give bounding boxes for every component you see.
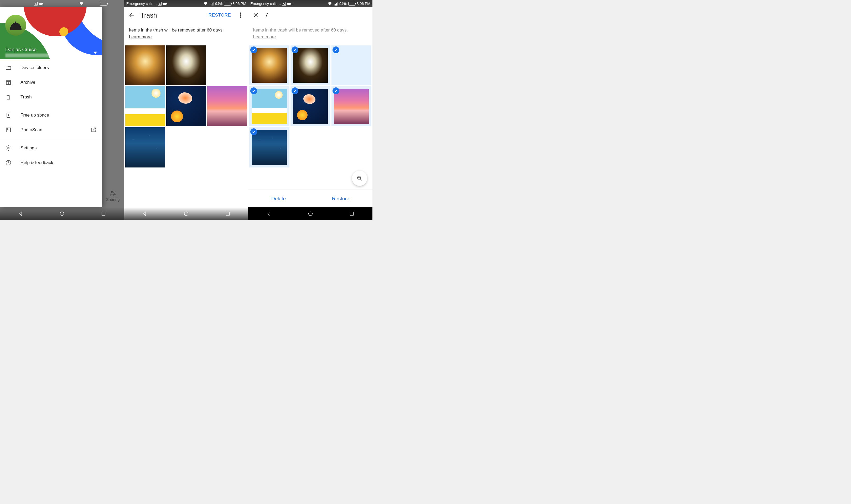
- nav-home-button[interactable]: [307, 211, 314, 217]
- svg-point-7: [111, 191, 113, 193]
- battery-icon: [224, 2, 231, 5]
- divider: [0, 139, 102, 139]
- page-title: Trash: [141, 12, 204, 19]
- trash-grid: [124, 46, 248, 167]
- zoom-fab[interactable]: [352, 170, 367, 186]
- drawer-item-label: PhotoScan: [20, 127, 42, 132]
- trash-grid: [248, 46, 372, 167]
- drawer-item-free-up-space[interactable]: Free up space: [0, 108, 102, 123]
- nav-back-button[interactable]: [142, 211, 148, 217]
- drawer-item-help[interactable]: Help & feedback: [0, 156, 102, 170]
- nav-recent-button[interactable]: [349, 211, 355, 217]
- wifi-icon: [203, 2, 208, 5]
- drawer-item-archive[interactable]: Archive: [0, 75, 102, 90]
- drawer-item-label: Archive: [20, 80, 35, 85]
- app-bar: Trash RESTORE: [124, 7, 248, 23]
- photo-thumbnail[interactable]: [125, 46, 165, 85]
- screen-trash-selection: Emergency calls… 94% 3:06 PM 7 Items in …: [248, 0, 372, 220]
- vpn-key-icon: [163, 3, 167, 5]
- nav-home-button[interactable]: [59, 211, 65, 217]
- nav-drawer: Danjas Cruise Device folders Archive Tra…: [0, 7, 102, 208]
- nav-back-button[interactable]: [18, 211, 24, 217]
- drawer-list: Device folders Archive Trash Free up spa…: [0, 59, 102, 170]
- drawer-item-device-folders[interactable]: Device folders: [0, 60, 102, 75]
- folder-icon: [5, 65, 12, 71]
- photo-thumbnail-selected[interactable]: [332, 86, 371, 126]
- drawer-item-label: Free up space: [20, 113, 49, 118]
- photo-thumbnail[interactable]: [166, 46, 206, 85]
- photo-thumbnail[interactable]: [125, 127, 165, 167]
- signal-icon: [210, 2, 214, 5]
- svg-rect-15: [226, 212, 229, 216]
- nav-recent-button[interactable]: [100, 211, 107, 217]
- screenshot-icon: [34, 2, 38, 5]
- nav-recent-button[interactable]: [225, 211, 231, 217]
- photo-thumbnail-selected[interactable]: [249, 86, 289, 126]
- svg-rect-18: [350, 212, 354, 216]
- svg-point-17: [308, 212, 312, 216]
- drawer-header[interactable]: Danjas Cruise: [0, 7, 102, 59]
- divider: [0, 106, 102, 106]
- back-button[interactable]: [128, 11, 136, 19]
- battery-percent: 94%: [215, 2, 223, 6]
- clock: 3:06 PM: [357, 2, 370, 6]
- notice-text: Items in the trash will be removed after…: [253, 28, 348, 33]
- svg-rect-3: [6, 128, 11, 132]
- system-nav-bar: [0, 208, 124, 220]
- battery-icon: [100, 2, 107, 5]
- learn-more-link[interactable]: Learn more: [129, 34, 152, 39]
- overflow-menu-icon[interactable]: [237, 11, 245, 19]
- restore-button[interactable]: Restore: [332, 196, 350, 202]
- photo-thumbnail[interactable]: [207, 46, 247, 85]
- user-name: Danjas Cruise: [5, 47, 36, 53]
- wifi-icon: [327, 2, 332, 5]
- delete-button[interactable]: Delete: [271, 196, 286, 202]
- photo-thumbnail-selected[interactable]: [249, 127, 289, 167]
- svg-point-14: [184, 212, 188, 216]
- drawer-item-trash[interactable]: Trash: [0, 90, 102, 105]
- drawer-item-label: Help & feedback: [20, 160, 53, 165]
- photo-thumbnail-selected[interactable]: [290, 86, 331, 126]
- selected-check-icon: [333, 87, 339, 94]
- screen-drawer: Emergency calls… 95% 3:05 PM Danjas Crui…: [0, 0, 124, 220]
- vpn-key-icon: [287, 3, 291, 5]
- trash-icon: [5, 94, 12, 100]
- svg-point-5: [7, 147, 9, 149]
- bottom-tab-sharing[interactable]: Sharing: [102, 184, 124, 208]
- svg-point-11: [240, 13, 241, 14]
- photo-thumbnail[interactable]: [125, 86, 165, 126]
- restore-all-button[interactable]: RESTORE: [209, 13, 231, 18]
- trash-notice: Items in the trash will be removed after…: [124, 23, 248, 46]
- selected-check-icon: [291, 87, 298, 94]
- notice-text: Items in the trash will be removed after…: [129, 28, 224, 33]
- user-avatar[interactable]: [5, 15, 26, 36]
- gear-icon: [5, 145, 12, 151]
- screenshot-icon: [158, 2, 161, 5]
- nav-back-button[interactable]: [266, 211, 272, 217]
- close-selection-button[interactable]: [252, 11, 260, 19]
- screenshot-icon: [282, 2, 286, 5]
- photo-thumbnail-selected[interactable]: [290, 46, 331, 85]
- tab-label: Sharing: [106, 197, 120, 202]
- account-dropdown-icon[interactable]: [93, 51, 97, 56]
- status-bar: Emergency calls… 94% 3:06 PM: [124, 0, 248, 7]
- trash-notice: Items in the trash will be removed after…: [248, 23, 372, 46]
- drawer-item-photoscan[interactable]: PhotoScan: [0, 123, 102, 137]
- open-external-icon: [90, 127, 97, 133]
- selected-check-icon: [291, 47, 298, 53]
- photo-thumbnail[interactable]: [166, 86, 206, 126]
- free-space-icon: [5, 112, 12, 119]
- learn-more-link[interactable]: Learn more: [253, 34, 276, 39]
- svg-point-8: [113, 192, 115, 193]
- clock: 3:06 PM: [232, 2, 246, 6]
- drawer-item-settings[interactable]: Settings: [0, 141, 102, 156]
- svg-point-12: [240, 15, 241, 16]
- selection-count: 7: [265, 12, 369, 19]
- photo-thumbnail-selected[interactable]: [332, 46, 371, 85]
- signal-icon: [334, 2, 338, 5]
- svg-point-13: [240, 17, 241, 18]
- photo-thumbnail-selected[interactable]: [249, 46, 289, 85]
- nav-home-button[interactable]: [183, 211, 189, 217]
- photo-thumbnail[interactable]: [207, 86, 247, 126]
- status-bar: Emergency calls… 94% 3:06 PM: [248, 0, 372, 7]
